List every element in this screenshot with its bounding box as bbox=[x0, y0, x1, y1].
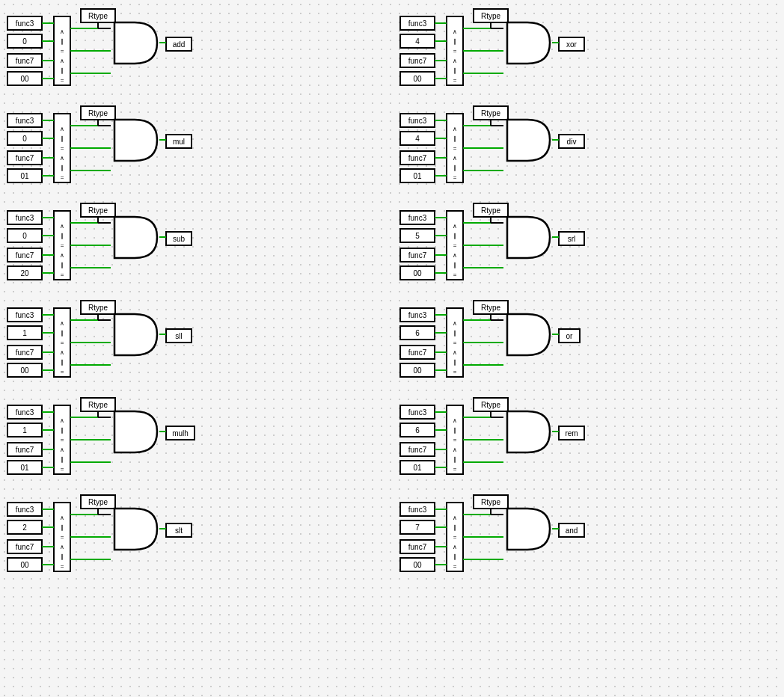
rtype-label-add: Rtype bbox=[88, 12, 108, 20]
svg-text:Rtype: Rtype bbox=[88, 109, 108, 117]
svg-text:∧: ∧ bbox=[453, 417, 457, 424]
circuit-diagram: func3 0 func7 00 ∧ ∥ = ∧ ∥ = Rtype add bbox=[0, 0, 784, 697]
svg-text:∥: ∥ bbox=[61, 427, 64, 434]
svg-text:div: div bbox=[567, 138, 577, 146]
svg-text:=: = bbox=[453, 340, 457, 346]
svg-text:func7: func7 bbox=[408, 446, 427, 454]
svg-text:=: = bbox=[61, 242, 64, 249]
svg-text:Rtype: Rtype bbox=[481, 206, 501, 215]
svg-text:func7: func7 bbox=[16, 543, 34, 551]
svg-text:xor: xor bbox=[566, 40, 578, 49]
svg-text:=: = bbox=[61, 340, 64, 346]
svg-text:Rtype: Rtype bbox=[481, 498, 501, 506]
svg-text:func7: func7 bbox=[16, 251, 34, 260]
svg-text:srl: srl bbox=[568, 235, 576, 243]
svg-text:1: 1 bbox=[22, 329, 27, 337]
svg-text:=: = bbox=[61, 145, 64, 152]
svg-text:4: 4 bbox=[415, 37, 420, 46]
svg-text:=: = bbox=[61, 369, 64, 375]
svg-text:∥: ∥ bbox=[453, 38, 456, 45]
svg-text:sub: sub bbox=[173, 235, 186, 243]
svg-text:00: 00 bbox=[413, 269, 422, 277]
svg-text:or: or bbox=[566, 332, 574, 340]
func7-label-add: func7 bbox=[16, 57, 34, 65]
svg-text:=: = bbox=[453, 534, 457, 541]
svg-text:00: 00 bbox=[20, 366, 29, 375]
svg-text:func7: func7 bbox=[16, 154, 34, 162]
svg-text:∧: ∧ bbox=[453, 155, 457, 162]
svg-text:∥: ∥ bbox=[61, 330, 64, 337]
svg-text:∧: ∧ bbox=[60, 126, 64, 132]
svg-text:func7: func7 bbox=[408, 251, 427, 260]
svg-text:∥: ∥ bbox=[61, 233, 64, 239]
svg-text:=: = bbox=[453, 48, 457, 55]
svg-text:∥: ∥ bbox=[61, 135, 64, 142]
svg-text:∧: ∧ bbox=[453, 446, 457, 453]
svg-text:∧: ∧ bbox=[453, 349, 457, 356]
svg-text:6: 6 bbox=[415, 329, 420, 337]
svg-text:20: 20 bbox=[20, 269, 29, 277]
svg-text:5: 5 bbox=[415, 232, 420, 240]
val0-add: 0 bbox=[22, 37, 27, 46]
svg-text:∥: ∥ bbox=[61, 262, 64, 268]
svg-text:∥: ∥ bbox=[453, 165, 456, 171]
svg-text:func3: func3 bbox=[408, 311, 427, 319]
svg-text:∥: ∥ bbox=[61, 456, 64, 463]
svg-text:rem: rem bbox=[565, 429, 578, 437]
func3-label-add: func3 bbox=[16, 19, 34, 28]
svg-text:func7: func7 bbox=[16, 348, 34, 357]
svg-text:Rtype: Rtype bbox=[481, 12, 501, 20]
svg-text:func7: func7 bbox=[408, 154, 427, 162]
svg-text:00: 00 bbox=[413, 75, 422, 83]
main-canvas: func3 0 func7 00 ∧ ∥ = ∧ ∥ = Rtype add bbox=[0, 0, 784, 697]
svg-text:∧: ∧ bbox=[453, 515, 457, 521]
svg-text:=: = bbox=[453, 437, 457, 443]
svg-text:=: = bbox=[453, 77, 457, 84]
svg-text:=: = bbox=[453, 466, 457, 473]
svg-text:=: = bbox=[61, 466, 64, 473]
svg-text:=: = bbox=[61, 271, 64, 278]
svg-text:Rtype: Rtype bbox=[481, 304, 501, 312]
svg-text:Rtype: Rtype bbox=[88, 498, 108, 506]
svg-text:Rtype: Rtype bbox=[88, 206, 108, 215]
svg-text:=: = bbox=[61, 48, 64, 55]
svg-text:01: 01 bbox=[20, 464, 29, 472]
svg-text:2: 2 bbox=[22, 523, 27, 532]
svg-text:∥: ∥ bbox=[453, 233, 456, 239]
svg-text:7: 7 bbox=[415, 523, 420, 532]
svg-text:∧: ∧ bbox=[453, 320, 457, 327]
svg-text:∥: ∥ bbox=[453, 553, 456, 560]
svg-text:=: = bbox=[61, 437, 64, 443]
svg-text:∧: ∧ bbox=[60, 544, 64, 550]
svg-text:∥: ∥ bbox=[453, 524, 456, 531]
output-label-add: add bbox=[173, 40, 186, 49]
svg-text:Rtype: Rtype bbox=[88, 304, 108, 312]
svg-text:00: 00 bbox=[413, 561, 422, 569]
svg-text:=: = bbox=[61, 563, 64, 570]
svg-text:func7: func7 bbox=[408, 57, 427, 65]
svg-text:∧: ∧ bbox=[60, 446, 64, 453]
svg-text:∥: ∥ bbox=[61, 165, 64, 171]
svg-text:∧: ∧ bbox=[453, 28, 457, 35]
svg-text:func3: func3 bbox=[16, 117, 34, 125]
svg-text:slt: slt bbox=[175, 526, 183, 535]
svg-text:func3: func3 bbox=[408, 117, 427, 125]
svg-text:∧: ∧ bbox=[60, 58, 64, 64]
svg-text:=: = bbox=[453, 563, 457, 570]
svg-text:=: = bbox=[61, 174, 64, 181]
and-gate-add bbox=[114, 22, 157, 64]
svg-text:=: = bbox=[453, 242, 457, 249]
svg-text:∧: ∧ bbox=[453, 58, 457, 64]
svg-text:∥: ∥ bbox=[453, 262, 456, 268]
svg-text:func3: func3 bbox=[16, 311, 34, 319]
svg-text:01: 01 bbox=[413, 464, 422, 472]
svg-text:∧: ∧ bbox=[60, 417, 64, 424]
svg-text:∥: ∥ bbox=[61, 524, 64, 531]
svg-text:0: 0 bbox=[22, 135, 27, 143]
svg-text:sll: sll bbox=[175, 332, 182, 340]
svg-text:00: 00 bbox=[20, 561, 29, 569]
svg-text:func3: func3 bbox=[408, 408, 427, 417]
svg-text:∧: ∧ bbox=[60, 223, 64, 230]
svg-text:=: = bbox=[453, 369, 457, 375]
svg-text:∥: ∥ bbox=[453, 67, 456, 74]
